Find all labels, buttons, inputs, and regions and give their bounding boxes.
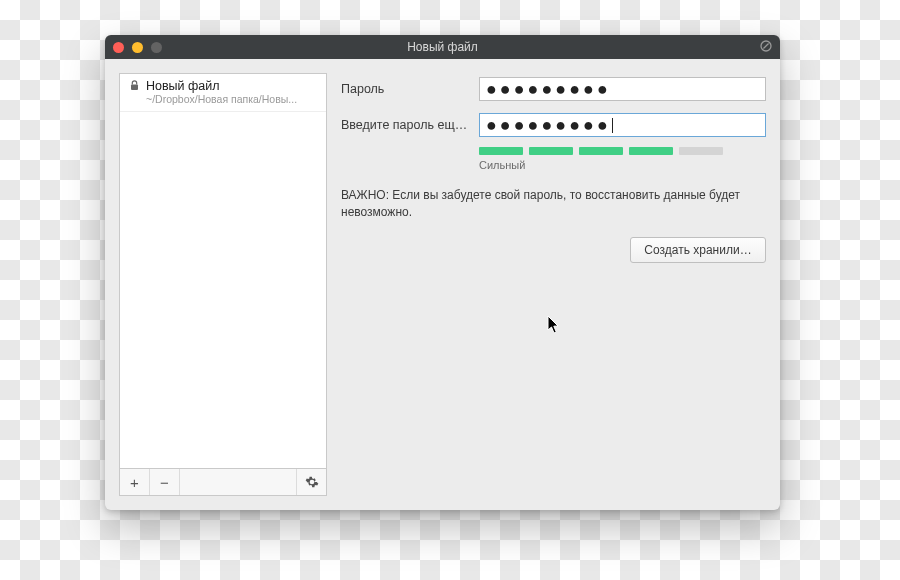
file-path: ~/Dropbox/Новая папка/Новы... <box>146 93 318 105</box>
remove-button[interactable]: − <box>150 469 180 495</box>
window-controls <box>113 42 162 53</box>
create-vault-button[interactable]: Создать хранили… <box>630 237 766 263</box>
window-menu-icon[interactable] <box>760 40 772 55</box>
password-row: Пароль ●●●●●●●●● <box>341 77 766 101</box>
confirm-password-label: Введите пароль ещ… <box>341 118 479 132</box>
text-caret <box>612 118 613 133</box>
strength-bars <box>479 147 766 155</box>
confirm-password-input[interactable]: ●●●●●●●●● <box>479 113 766 137</box>
window-title: Новый файл <box>105 40 780 54</box>
password-input[interactable]: ●●●●●●●●● <box>479 77 766 101</box>
create-row: Создать хранили… <box>341 237 766 263</box>
main-panel: Пароль ●●●●●●●●● Введите пароль ещ… ●●●●… <box>341 73 766 496</box>
app-window: Новый файл Новый файл ~/Dropbox/Новая па… <box>105 35 780 510</box>
password-label: Пароль <box>341 82 479 96</box>
file-list-item-text: Новый файл ~/Dropbox/Новая папка/Новы... <box>146 79 318 105</box>
titlebar: Новый файл <box>105 35 780 59</box>
confirm-password-row: Введите пароль ещ… ●●●●●●●●● <box>341 113 766 137</box>
file-name: Новый файл <box>146 79 318 93</box>
minimize-icon[interactable] <box>132 42 143 53</box>
lock-icon <box>128 79 140 105</box>
window-body: Новый файл ~/Dropbox/Новая папка/Новы...… <box>105 59 780 510</box>
strength-bar <box>579 147 623 155</box>
settings-button[interactable] <box>296 469 326 495</box>
svg-rect-2 <box>131 85 138 91</box>
confirm-password-value: ●●●●●●●●● <box>486 114 611 136</box>
svg-rect-1 <box>763 43 769 49</box>
strength-bar <box>629 147 673 155</box>
create-vault-label: Создать хранили… <box>644 243 751 257</box>
gear-icon <box>305 475 319 489</box>
sidebar-toolbar: + − <box>119 469 327 496</box>
strength-bar <box>679 147 723 155</box>
file-list-item[interactable]: Новый файл ~/Dropbox/Новая папка/Новы... <box>120 74 326 112</box>
toolbar-spacer <box>180 469 296 495</box>
strength-bar <box>479 147 523 155</box>
strength-bar <box>529 147 573 155</box>
close-icon[interactable] <box>113 42 124 53</box>
strength-label: Сильный <box>479 159 766 171</box>
sidebar: Новый файл ~/Dropbox/Новая папка/Новы...… <box>119 73 327 496</box>
password-strength: Сильный <box>479 147 766 171</box>
password-value: ●●●●●●●●● <box>486 78 611 100</box>
add-button[interactable]: + <box>120 469 150 495</box>
file-list[interactable]: Новый файл ~/Dropbox/Новая папка/Новы... <box>119 73 327 469</box>
maximize-icon[interactable] <box>151 42 162 53</box>
warning-text: ВАЖНО: Если вы забудете свой пароль, то … <box>341 187 741 221</box>
